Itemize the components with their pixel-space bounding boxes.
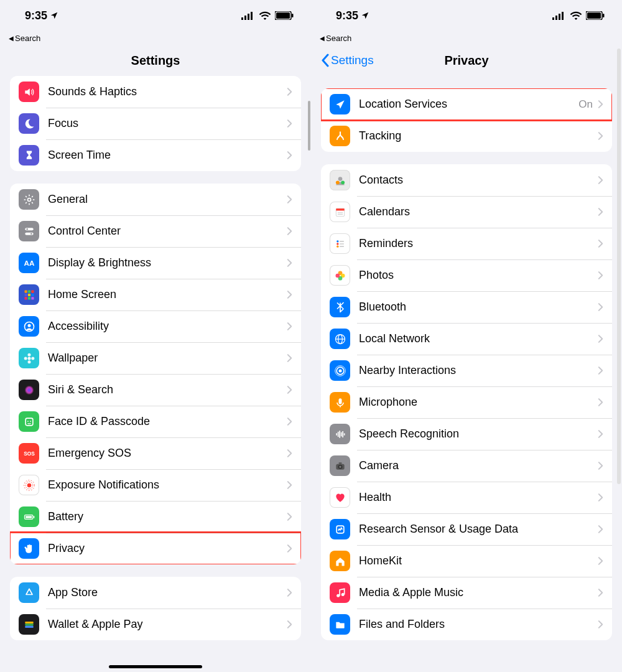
chevron-right-icon <box>287 322 292 331</box>
scrollbar[interactable] <box>308 101 310 151</box>
svg-rect-46 <box>559 14 560 20</box>
nearby-icon <box>330 360 350 381</box>
row-display-brightness[interactable]: AADisplay & Brightness <box>10 247 301 279</box>
row-general[interactable]: General <box>10 184 301 215</box>
back-triangle-icon: ◀ <box>320 35 325 42</box>
hourglass-icon <box>19 145 39 166</box>
row-label: Reminders <box>359 237 598 250</box>
row-label: Siri & Search <box>48 383 287 396</box>
svg-point-28 <box>31 357 34 360</box>
row-sounds-haptics[interactable]: Sounds & Haptics <box>10 76 301 108</box>
row-label: Research Sensor & Usage Data <box>359 523 598 536</box>
svg-rect-15 <box>31 290 34 292</box>
row-label: Bluetooth <box>359 301 598 314</box>
row-home-screen[interactable]: Home Screen <box>10 279 301 310</box>
row-health[interactable]: Health <box>321 482 612 513</box>
page-scrollbar[interactable] <box>617 49 621 484</box>
row-faceid-passcode[interactable]: Face ID & Passcode <box>10 406 301 437</box>
row-media-applemusic[interactable]: Media & Apple Music <box>321 577 612 609</box>
cellular-icon <box>552 11 566 20</box>
svg-rect-39 <box>33 516 34 518</box>
home-icon <box>330 551 350 571</box>
privacy-screen: 9:35 ◀ Search Settings Privacy Location … <box>311 0 622 672</box>
row-label: Exposure Notifications <box>48 478 287 492</box>
row-emergency-sos[interactable]: SOSEmergency SOS <box>10 437 301 469</box>
chevron-right-icon <box>598 334 603 343</box>
status-time: 9:35 <box>25 9 47 22</box>
row-label: Microphone <box>359 396 598 409</box>
row-calendars[interactable]: Calendars <box>321 196 612 228</box>
row-location-services[interactable]: Location ServicesOn <box>321 88 612 120</box>
camera-icon <box>330 455 350 476</box>
chevron-right-icon <box>598 100 603 109</box>
row-label: Files and Folders <box>359 618 598 631</box>
svg-rect-5 <box>276 12 290 19</box>
row-research-sensor[interactable]: Research Sensor & Usage Data <box>321 513 612 545</box>
row-battery[interactable]: Battery <box>10 501 301 533</box>
apps-icon <box>19 284 39 305</box>
row-label: Wallet & Apple Pay <box>48 618 287 631</box>
row-label: Speech Recognition <box>359 427 598 441</box>
chevron-right-icon <box>287 258 292 268</box>
svg-point-11 <box>30 233 32 235</box>
chevron-right-icon <box>598 398 603 407</box>
chevron-right-icon <box>287 385 292 394</box>
person-circle-icon <box>19 316 39 337</box>
row-wallet-applepay[interactable]: Wallet & Apple Pay <box>10 609 301 640</box>
svg-text:AA: AA <box>24 259 34 267</box>
svg-point-71 <box>338 369 341 372</box>
row-label: Calendars <box>359 205 598 218</box>
nav-back-button[interactable]: Settings <box>321 45 374 76</box>
row-accessibility[interactable]: Accessibility <box>10 310 301 342</box>
row-label: Emergency SOS <box>48 447 287 460</box>
settings-screen: 9:35 ◀ Search Settings Sounds & HapticsF… <box>0 0 311 672</box>
row-speech-recognition[interactable]: Speech Recognition <box>321 418 612 450</box>
chevron-right-icon <box>287 87 292 96</box>
chevron-right-icon <box>598 493 603 502</box>
svg-rect-50 <box>603 14 605 17</box>
svg-rect-47 <box>562 12 564 20</box>
row-label: Control Center <box>48 225 287 238</box>
row-files-folders[interactable]: Files and Folders <box>321 609 612 640</box>
row-photos[interactable]: Photos <box>321 259 612 291</box>
chevron-right-icon <box>287 226 292 236</box>
row-bluetooth[interactable]: Bluetooth <box>321 291 612 323</box>
row-contacts[interactable]: Contacts <box>321 164 612 196</box>
svg-rect-3 <box>251 12 253 20</box>
tracking-icon <box>330 126 350 146</box>
row-label: Media & Apple Music <box>359 586 598 599</box>
folder-icon <box>330 614 350 635</box>
svg-rect-16 <box>24 293 27 296</box>
row-label: Nearby Interactions <box>359 364 598 377</box>
row-exposure-notifications[interactable]: Exposure Notifications <box>10 469 301 501</box>
page-title: Privacy <box>444 54 488 68</box>
back-to-search[interactable]: ◀ Search <box>0 31 311 45</box>
row-nearby-interactions[interactable]: Nearby Interactions <box>321 355 612 386</box>
row-app-store[interactable]: App Store <box>10 577 301 609</box>
row-tracking[interactable]: Tracking <box>321 120 612 152</box>
row-reminders[interactable]: Reminders <box>321 228 612 259</box>
svg-rect-44 <box>552 17 554 20</box>
row-microphone[interactable]: Microphone <box>321 386 612 418</box>
svg-rect-2 <box>248 14 249 20</box>
row-control-center[interactable]: Control Center <box>10 215 301 247</box>
svg-point-67 <box>335 273 340 278</box>
row-focus[interactable]: Focus <box>10 108 301 139</box>
chevron-right-icon <box>287 588 292 597</box>
wifi-icon <box>259 11 271 20</box>
row-siri-search[interactable]: Siri & Search <box>10 374 301 406</box>
status-right <box>241 11 294 20</box>
row-screen-time[interactable]: Screen Time <box>10 139 301 171</box>
settings-group: ContactsCalendarsRemindersPhotosBluetoot… <box>321 164 612 640</box>
moon-icon <box>19 113 39 134</box>
row-wallpaper[interactable]: Wallpaper <box>10 342 301 374</box>
chevron-right-icon <box>287 620 292 629</box>
svg-rect-13 <box>24 290 27 292</box>
row-camera[interactable]: Camera <box>321 450 612 482</box>
row-homekit[interactable]: HomeKit <box>321 545 612 577</box>
row-local-network[interactable]: Local Network <box>321 323 612 355</box>
location-icon <box>330 94 350 114</box>
home-indicator[interactable] <box>109 665 202 668</box>
back-to-search[interactable]: ◀ Search <box>311 31 622 45</box>
row-privacy[interactable]: Privacy <box>10 533 301 564</box>
